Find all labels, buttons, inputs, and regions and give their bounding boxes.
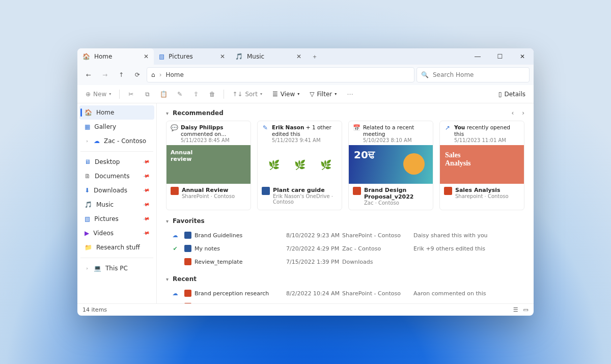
- tab-pictures[interactable]: ▧ Pictures ✕: [154, 48, 230, 65]
- sort-button[interactable]: ↑↓ Sort ▾: [228, 88, 266, 101]
- recommended-card[interactable]: 📅 Related to a recent meeting 5/10/2023 …: [348, 121, 433, 210]
- word-icon: [262, 187, 270, 195]
- chevron-right-icon[interactable]: ›: [85, 138, 90, 144]
- details-pane-button[interactable]: ▯ Details: [494, 88, 530, 101]
- close-icon[interactable]: ✕: [144, 53, 149, 60]
- body: 🏠 Home ▦ Gallery › ☁ Zac - Contoso 🖥 Des…: [77, 103, 534, 303]
- cut-button[interactable]: ✂: [124, 88, 138, 101]
- picture-icon: ▧: [85, 215, 90, 222]
- recommended-card[interactable]: ↗ You recently opened this 5/11/2023 11:…: [439, 121, 524, 210]
- minimize-button[interactable]: ―: [466, 48, 489, 65]
- chevron-down-icon[interactable]: ▾: [166, 110, 169, 116]
- copy-icon: ⧉: [145, 91, 150, 98]
- tab-label: Pictures: [169, 53, 193, 60]
- desktop-icon: 🖥: [85, 158, 91, 165]
- sidebar-item-music[interactable]: 🎵 Music 📌: [79, 198, 154, 212]
- forward-button[interactable]: →: [98, 68, 112, 82]
- list-item[interactable]: ☁ Brand Guidelines 8/10/2022 9:23 AM Sha…: [166, 229, 524, 242]
- music-icon: 🎵: [85, 201, 92, 208]
- section-header-recent[interactable]: ▾ Recent: [166, 275, 524, 283]
- pin-icon: 📌: [143, 215, 150, 223]
- close-window-button[interactable]: ✕: [511, 48, 534, 65]
- sidebar-item-label: Zac - Contoso: [104, 137, 146, 145]
- content-area: ▾ Recommended ‹ › 💬 Daisy Philipps comme…: [157, 103, 534, 303]
- close-icon[interactable]: ✕: [220, 53, 225, 60]
- music-icon: 🎵: [235, 53, 243, 60]
- trash-icon: 🗑: [209, 91, 215, 98]
- file-activity: Erik +9 others edited this: [413, 245, 524, 252]
- search-input[interactable]: 🔍 Search Home: [416, 67, 530, 82]
- card-thumbnail: [349, 145, 433, 184]
- edit-icon: ✎: [262, 124, 269, 131]
- sidebar-item-gallery[interactable]: ▦ Gallery: [79, 120, 154, 134]
- maximize-button[interactable]: ☐: [489, 48, 511, 65]
- list-item[interactable]: Review_template 7/15/2022 1:39 PM Downlo…: [166, 255, 524, 268]
- document-icon: 🗎: [85, 173, 91, 180]
- list-item[interactable]: ✔ My notes 7/20/2022 4:29 PM Zac - Conto…: [166, 242, 524, 255]
- sidebar-item-this-pc[interactable]: › 💻 This PC: [79, 261, 154, 275]
- card-thumbnail: [166, 145, 251, 184]
- recommended-card[interactable]: 💬 Daisy Philipps commented on... 5/11/20…: [166, 121, 251, 210]
- copy-button[interactable]: ⧉: [140, 88, 154, 101]
- card-reason: ↗ You recently opened this 5/11/2023 11:…: [440, 121, 524, 145]
- back-button[interactable]: ←: [81, 68, 96, 82]
- pager-prev-button[interactable]: ‹: [511, 109, 514, 117]
- new-button[interactable]: ⊕ New ▾: [81, 88, 115, 101]
- address-bar[interactable]: ⌂ › Home: [147, 67, 414, 82]
- new-tab-button[interactable]: ＋: [307, 48, 323, 65]
- download-icon: ⬇: [85, 187, 90, 194]
- word-icon: [184, 232, 191, 239]
- chevron-right-icon: ›: [159, 71, 162, 78]
- view-button[interactable]: ☰ View ▾: [268, 88, 303, 101]
- tiles-view-button[interactable]: ▭: [523, 306, 529, 313]
- sidebar-item-documents[interactable]: 🗎 Documents 📌: [79, 169, 154, 183]
- sidebar-item-pictures[interactable]: ▧ Pictures 📌: [79, 212, 154, 226]
- chevron-down-icon: ▾: [297, 92, 299, 96]
- sidebar-item-videos[interactable]: ▶ Videos 📌: [79, 226, 154, 240]
- powerpoint-icon: [353, 187, 361, 195]
- breadcrumb[interactable]: Home: [165, 71, 183, 78]
- sidebar-item-onedrive[interactable]: › ☁ Zac - Contoso: [79, 134, 154, 148]
- pager-next-button[interactable]: ›: [522, 109, 524, 117]
- reason-actor: Erik Nason: [272, 124, 304, 130]
- sidebar-item-label: Home: [96, 109, 114, 116]
- filter-button[interactable]: ▽ Filter ▾: [306, 88, 341, 101]
- sidebar-item-home[interactable]: 🏠 Home: [79, 105, 154, 120]
- plus-circle-icon: ⊕: [86, 91, 91, 98]
- chevron-down-icon[interactable]: ▾: [166, 218, 169, 224]
- share-button[interactable]: ⇪: [189, 88, 203, 101]
- details-view-button[interactable]: ☰: [513, 306, 518, 313]
- recommended-card[interactable]: ✎ Erik Nason + 1 other edited this 5/11/…: [257, 121, 342, 210]
- tab-home[interactable]: 🏠 Home ✕: [77, 48, 154, 65]
- refresh-button[interactable]: ⟳: [130, 68, 145, 82]
- sidebar-item-label: Videos: [93, 230, 114, 237]
- comment-icon: 💬: [171, 124, 178, 131]
- card-title: Sales Analysis: [455, 187, 509, 193]
- cut-icon: ✂: [128, 91, 133, 98]
- file-date: 7/20/2022 4:29 PM: [286, 245, 342, 252]
- rename-button[interactable]: ✎: [173, 88, 187, 101]
- delete-button[interactable]: 🗑: [205, 88, 219, 101]
- section-header-recommended[interactable]: ▾ Recommended ‹ ›: [166, 109, 524, 117]
- section-header-favorites[interactable]: ▾ Favorites: [166, 217, 524, 225]
- more-button[interactable]: ⋯: [343, 88, 357, 101]
- tab-music[interactable]: 🎵 Music ✕: [230, 48, 307, 65]
- paste-button[interactable]: 📋: [156, 88, 171, 101]
- list-item[interactable]: ☁ Brand perception research 8/2/2022 10:…: [166, 287, 524, 300]
- sidebar-item-downloads[interactable]: ⬇ Downloads 📌: [79, 183, 154, 198]
- sidebar-item-label: This PC: [105, 265, 128, 272]
- chevron-right-icon[interactable]: ›: [85, 266, 90, 271]
- close-icon[interactable]: ✕: [296, 53, 301, 60]
- sidebar-item-label: Downloads: [94, 187, 127, 194]
- sidebar-item-desktop[interactable]: 🖥 Desktop 📌: [79, 155, 154, 169]
- up-button[interactable]: ↑: [114, 68, 128, 82]
- chevron-down-icon: ▾: [109, 92, 111, 96]
- section-title: Recommended: [173, 109, 224, 117]
- chevron-down-icon[interactable]: ▾: [166, 276, 169, 282]
- card-title: Annual Review: [182, 187, 235, 193]
- sidebar-item-folder[interactable]: 📁 Research stuff: [79, 240, 154, 255]
- reason-actor: Daisy Philipps: [181, 124, 223, 130]
- paste-icon: 📋: [160, 91, 168, 98]
- list-item[interactable]: 2022_year_in_review 7/27/2022 8:44 AM Do…: [166, 300, 524, 303]
- recommended-pager: ‹ ›: [511, 109, 524, 117]
